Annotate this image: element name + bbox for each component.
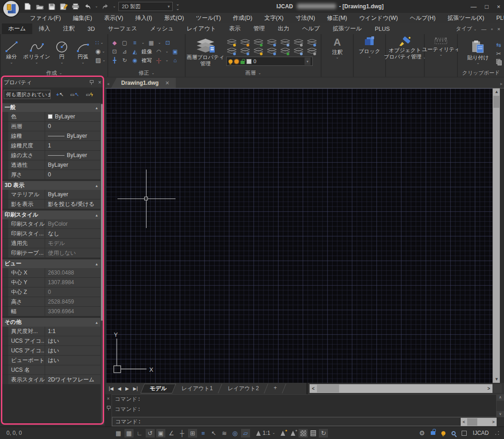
modify-tool-explode[interactable]: ▢ xyxy=(121,40,128,47)
redo-dropdown-icon[interactable]: ⌄ xyxy=(113,5,116,8)
lineweight-display-toggle[interactable]: ≡ xyxy=(198,428,208,438)
layer-tool-layer-lock[interactable] xyxy=(253,48,264,56)
plot-button[interactable] xyxy=(71,2,80,11)
collapse-icon[interactable]: ▴ xyxy=(95,320,98,325)
ribbon-panel-object-properties[interactable]: オブジェクトプロパティ管理 ⌄ xyxy=(386,34,424,77)
layer-tool-layer-unlock[interactable] xyxy=(253,39,264,47)
property-value[interactable]: ByLayer xyxy=(45,112,100,121)
document-tab[interactable]: Drawing1.dwg ✕ xyxy=(111,78,176,88)
collapse-icon[interactable]: ▴ xyxy=(95,183,98,188)
panel-label-layer[interactable]: 画層⌄ xyxy=(186,69,321,77)
ribbon-tab-3[interactable]: 3D xyxy=(81,23,101,34)
modify-tool-fillet[interactable]: ◠ xyxy=(155,48,162,55)
selection-dropdown[interactable]: 何も選択されていま...▾ xyxy=(4,90,51,99)
viewport-maximize-toggle[interactable]: ▱ xyxy=(240,428,251,438)
layer-tool-layer-walk[interactable] xyxy=(266,39,278,47)
modify-tool-stretch[interactable]: ⊡ xyxy=(164,40,171,47)
new-file-button[interactable] xyxy=(23,2,32,11)
modify-tool-erase[interactable]: ◆ xyxy=(111,40,118,47)
collapse-icon[interactable]: ▴ xyxy=(95,105,98,110)
section-header-4[interactable]: その他▴ xyxy=(2,318,100,327)
modify-tool-scale[interactable]: ⊿ xyxy=(121,48,128,55)
section-header-3[interactable]: ビュー▴ xyxy=(2,259,100,268)
palette-titlebar[interactable]: プロパティ × xyxy=(0,77,105,88)
hardware-acceleration-toggle[interactable] xyxy=(298,428,308,438)
property-value[interactable]: 1307.8984 xyxy=(45,278,100,287)
object-snap-toggle[interactable]: ▣ xyxy=(156,428,166,438)
scroll-up-icon[interactable]: ▲ xyxy=(493,88,500,95)
property-value[interactable]: ByLayer xyxy=(45,160,100,170)
ribbon-tab-6[interactable]: レイアウト xyxy=(180,23,223,34)
property-value[interactable]: 使用しない xyxy=(45,248,100,258)
property-value[interactable]: 3309.6964 xyxy=(45,307,100,316)
chevron-down-icon[interactable]: ⌄ xyxy=(141,41,145,45)
ribbon-tab-9[interactable]: 出力 xyxy=(271,23,296,34)
resize-grip[interactable] xyxy=(495,431,499,435)
property-value[interactable] xyxy=(45,365,100,375)
modify-tool-offset[interactable]: ⌂ xyxy=(172,57,179,64)
command-horizontal-scrollbar[interactable]: < > xyxy=(461,418,497,426)
last-layout-icon[interactable]: ▶| xyxy=(133,386,138,391)
ribbon-tab-0[interactable]: ホーム xyxy=(2,23,32,34)
modify-tool-break[interactable]: -|- xyxy=(155,57,162,64)
modify-tool-align[interactable]: ≡ xyxy=(131,40,138,47)
command-input[interactable]: コマンド: xyxy=(112,417,497,426)
ribbon-tab-7[interactable]: 表示 xyxy=(223,23,247,34)
object-snap-3d-toggle[interactable]: ∠ xyxy=(166,428,176,438)
collapse-icon[interactable]: ▴ xyxy=(95,213,98,217)
save-button[interactable] xyxy=(47,2,56,11)
isolate-objects-toggle[interactable]: ↻ xyxy=(318,428,328,438)
property-value[interactable]: 0 xyxy=(45,287,100,297)
menu-item-11[interactable]: ヘルプ(H) xyxy=(404,14,442,22)
quick-select-icon[interactable]: ▭ϟ xyxy=(84,90,95,99)
modify-tool-join[interactable]: ▣ xyxy=(172,48,179,55)
menu-item-6[interactable]: 作成(D) xyxy=(227,14,258,22)
layer-tool-layer-off[interactable] xyxy=(226,39,238,47)
menu-item-1[interactable]: 編集(E) xyxy=(67,14,98,22)
layer-tool-layer-freeze[interactable] xyxy=(240,48,251,56)
layer-tool-layer-state[interactable] xyxy=(306,39,318,47)
property-value[interactable]: 影を投じる/受ける xyxy=(45,199,100,209)
unlock-icon[interactable] xyxy=(431,431,435,435)
menu-item-9[interactable]: 修正(M) xyxy=(321,14,353,22)
chevron-down-icon[interactable]: ⌄ xyxy=(165,50,169,53)
palette-close-icon[interactable]: × xyxy=(98,79,101,86)
ribbon-panel-utility[interactable]: ユーティリティ⌄ xyxy=(425,34,457,77)
menu-item-5[interactable]: ツール(T) xyxy=(190,14,227,22)
app-logo-icon[interactable] xyxy=(3,1,19,17)
doc-restore-button[interactable]: ▫ xyxy=(491,26,493,32)
command-close-icon[interactable]: × xyxy=(107,396,110,401)
quick-select-new-icon[interactable]: +↖ xyxy=(54,90,65,99)
hatch-tool[interactable]: ▨⌄ xyxy=(95,57,105,64)
collapse-icon[interactable]: ▴ xyxy=(95,262,98,266)
ribbon-tab-8[interactable]: 管理 xyxy=(247,23,271,34)
ribbon-tab-12[interactable]: PLUS xyxy=(368,23,396,34)
rectangle-array-tool[interactable]: ∷⌄ xyxy=(95,40,105,46)
ribbon-tab-11[interactable]: 拡張ツール xyxy=(326,23,368,34)
scrollbar-thumb[interactable] xyxy=(317,385,339,392)
menu-item-10[interactable]: ウインドウ(W) xyxy=(353,14,404,22)
ribbon-type-dropdown[interactable]: タイプ ⌄ xyxy=(456,25,476,32)
first-layout-icon[interactable]: |◀ xyxy=(109,386,113,391)
annotation-scale-control[interactable]: 1:1⌄ xyxy=(253,430,278,436)
command-vertical-scrollbar[interactable]: ∧ ∨ xyxy=(497,394,504,417)
ribbon-tab-4[interactable]: サーフェス xyxy=(101,23,144,34)
modify-tool-copy[interactable]: ◉ xyxy=(131,57,138,64)
canvas-horizontal-scrollbar[interactable]: < > xyxy=(310,384,492,393)
drawing-canvas[interactable]: Y X xyxy=(106,88,492,383)
doc-minimize-button[interactable]: — xyxy=(481,26,486,32)
circle-tool[interactable]: 円⌄ xyxy=(51,39,72,64)
paste-button[interactable]: 貼り付け⌄ xyxy=(462,40,494,65)
annotation-autoscale-toggle[interactable]: ★ xyxy=(288,428,298,438)
scrollbar-thumb[interactable] xyxy=(493,96,499,108)
property-value[interactable]: なし xyxy=(45,229,100,238)
ellipse-tool[interactable]: ◉⌄ xyxy=(95,48,105,55)
match-properties-button[interactable]: ⇆ xyxy=(496,41,501,48)
property-value[interactable]: 0 xyxy=(45,122,100,131)
modify-tool-array[interactable]: ▦ xyxy=(148,40,155,47)
layer-tool-layer-translate[interactable] xyxy=(306,48,318,56)
menu-item-8[interactable]: 寸法(N) xyxy=(289,14,321,22)
close-button[interactable]: × xyxy=(497,3,500,10)
select-objects-icon[interactable]: ▭↖ xyxy=(69,90,80,99)
section-header-1[interactable]: 3D 表示▴ xyxy=(2,181,100,190)
